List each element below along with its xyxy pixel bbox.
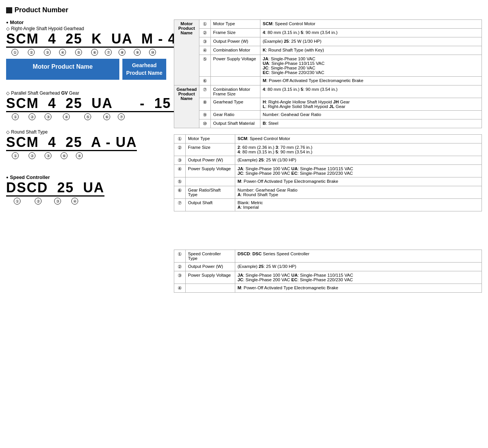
table1-value-3: K: Round Shaft Type (with Key)	[260, 46, 482, 55]
table1-num-4: ⑤	[199, 55, 211, 77]
cn4-2: ②	[35, 198, 42, 205]
table2-label-6: Output Shaft	[186, 199, 235, 211]
table1-value-1: 4: 80 mm (3.15 in.) 5: 90 mm (3.54 in.)	[260, 29, 482, 37]
table2-num-5: ⑥	[174, 186, 186, 199]
table3-num-0: ①	[174, 250, 186, 263]
cn1-4: ④	[59, 49, 66, 56]
cn2-4: ④	[63, 113, 70, 120]
section-title: Product Number	[6, 6, 482, 14]
code1-display: SCM 4 25 K UA M - 4 H 10 B	[6, 32, 166, 48]
cn4-4: ④	[71, 198, 78, 205]
speed-ctrl-section: Speed Controller DSCD 25 UA ① ② ③ ④	[6, 174, 166, 205]
cn4-3: ③	[54, 198, 61, 205]
table1-label-9: Output Shaft Material	[211, 119, 260, 128]
table1-label-6: Combination MotorFrame Size	[211, 85, 260, 98]
table3: ①Speed ControllerTypeDSCD: DSC Series Sp…	[174, 250, 482, 293]
cn4-1: ①	[14, 198, 21, 205]
table2-label-1: Frame Size	[186, 143, 235, 156]
table1-num-8: ⑨	[199, 111, 211, 119]
table3-num-2: ③	[174, 271, 186, 284]
motor-label: Motor	[6, 19, 166, 25]
table3-value-3: M: Power-Off Activated Type Electromagne…	[235, 284, 482, 293]
table2-value-1: 2: 60 mm (2.36 in.) 3: 70 mm (2.76 in.)4…	[235, 143, 482, 156]
cn2-2: ②	[29, 113, 35, 120]
table2-num-0: ①	[174, 135, 186, 143]
gearhead-product-name-box: GearheadProduct Name	[122, 59, 166, 80]
cn1-9: ⑨	[134, 49, 141, 56]
table2-value-4: M: Power-Off Activated Type Electromagne…	[235, 177, 482, 186]
right-column: MotorProductName①Motor TypeSCM: Speed Co…	[174, 19, 482, 299]
group-motor: MotorProductName	[174, 20, 199, 85]
table2-num-1: ②	[174, 143, 186, 156]
table1-label-2: Output Power (W)	[211, 37, 260, 46]
table1-label-3: Combination Motor	[211, 46, 260, 55]
cn1-7: ⑦	[105, 49, 112, 56]
code1-nums: ① ② ③ ④ ⑤ ⑥ ⑦ ⑧ ⑨ ⑩	[6, 49, 166, 56]
gearhead2-label: Parallel Shaft Gearhead GV Gear	[6, 90, 166, 96]
table1-label-5	[211, 77, 260, 85]
table1-num-0: ①	[199, 20, 211, 29]
cn2-1: ①	[12, 113, 19, 120]
table3-label-3	[186, 284, 235, 293]
table1-value-5: M: Power-Off Activated Type Electromagne…	[260, 77, 482, 85]
roundshaft-label: Round Shaft Type	[6, 129, 166, 135]
cn1-3: ③	[44, 49, 51, 56]
table1-num-2: ③	[199, 37, 211, 46]
table3-value-2: JA: Single-Phase 100 VAC UA: Single-Phas…	[235, 271, 482, 284]
product-code-3: SCM 4 25 A - UA	[6, 135, 137, 151]
table2-value-0: SCM: Speed Control Motor	[235, 135, 482, 143]
table1: MotorProductName①Motor TypeSCM: Speed Co…	[174, 19, 482, 128]
table2-num-2: ③	[174, 156, 186, 165]
left-column: Motor Right-Angle Shaft Hypoid Gearhead …	[6, 19, 166, 299]
table1-num-9: ⑩	[199, 119, 211, 128]
table1-num-6: ⑦	[199, 85, 211, 98]
table1-num-1: ②	[199, 29, 211, 37]
motor-product-name-box: Motor Product Name	[6, 59, 119, 80]
speedctrl-label: Speed Controller	[6, 174, 166, 180]
code4-display: DSCD 25 UA	[6, 181, 166, 197]
table2-value-2: (Example) 25: 25 W (1/30 HP)	[235, 156, 482, 165]
section-title-text: Product Number	[14, 6, 68, 14]
product-code-2: SCM 4 25 UA - 15 A	[6, 97, 190, 112]
table3-num-3: ④	[174, 284, 186, 293]
table1-value-4: JA: Single-Phase 100 VACUA: Single-Phase…	[260, 55, 482, 77]
table2-num-3: ④	[174, 165, 186, 177]
gearhead1-label: Right-Angle Shaft Hypoid Gearhead	[6, 26, 166, 31]
table2-num-4: ⑤	[174, 177, 186, 186]
cn1-5: ⑤	[75, 49, 82, 56]
table1-num-3: ④	[199, 46, 211, 55]
cn1-10: ⑩	[149, 49, 156, 56]
cn3-1: ①	[12, 152, 19, 159]
parallel-shaft-section: Parallel Shaft Gearhead GV Gear SCM 4 25…	[6, 90, 166, 120]
table2-label-5: Gear Ratio/ShaftType	[186, 186, 235, 199]
table2-value-5: Number: Gearhead Gear RatioA: Round Shaf…	[235, 186, 482, 199]
table1-value-7: H: Right-Angle Hollow Shaft Hypoid JH Ge…	[260, 98, 482, 111]
table1-num-7: ⑧	[199, 98, 211, 111]
table1-label-1: Frame Size	[211, 29, 260, 37]
round-shaft-section: Round Shaft Type SCM 4 25 A - UA ① ② ③ ⑥…	[6, 129, 166, 159]
table1-num-5: ⑥	[199, 77, 211, 85]
table1-label-7: Gearhead Type	[211, 98, 260, 111]
table1-label-0: Motor Type	[211, 20, 260, 29]
table3-label-0: Speed ControllerType	[186, 250, 235, 263]
table3-value-1: (Example) 25: 25 W (1/30 HP)	[235, 263, 482, 271]
name-boxes-1: Motor Product Name GearheadProduct Name	[6, 59, 166, 80]
cn1-8: ⑧	[119, 49, 125, 56]
table2-label-3: Power Supply Voltage	[186, 165, 235, 177]
table1-label-8: Gear Ratio	[211, 111, 260, 119]
code4-nums: ① ② ③ ④	[6, 198, 166, 205]
table1-label-4: Power Supply Voltage	[211, 55, 260, 77]
section-title-wrapper: Product Number	[6, 6, 482, 14]
table2-num-6: ⑦	[174, 199, 186, 211]
cn3-3: ③	[45, 152, 51, 159]
cn2-5: ⑤	[84, 113, 91, 120]
cn2-7: ⑦	[118, 113, 125, 120]
code2-nums: ① ② ③ ④ ⑤ ⑥ ⑦	[6, 113, 166, 120]
cn3-6: ⑥	[61, 152, 67, 159]
table3-value-0: DSCD: DSC Series Speed Controller	[235, 250, 482, 263]
cn3-4: ④	[76, 152, 83, 159]
group-gearhead: GearheadProductName	[174, 85, 199, 128]
code3-display: SCM 4 25 A - UA	[6, 135, 166, 151]
cn1-6: ⑥	[91, 49, 98, 56]
table1-value-2: (Example) 25: 25 W (1/30 HP)	[260, 37, 482, 46]
